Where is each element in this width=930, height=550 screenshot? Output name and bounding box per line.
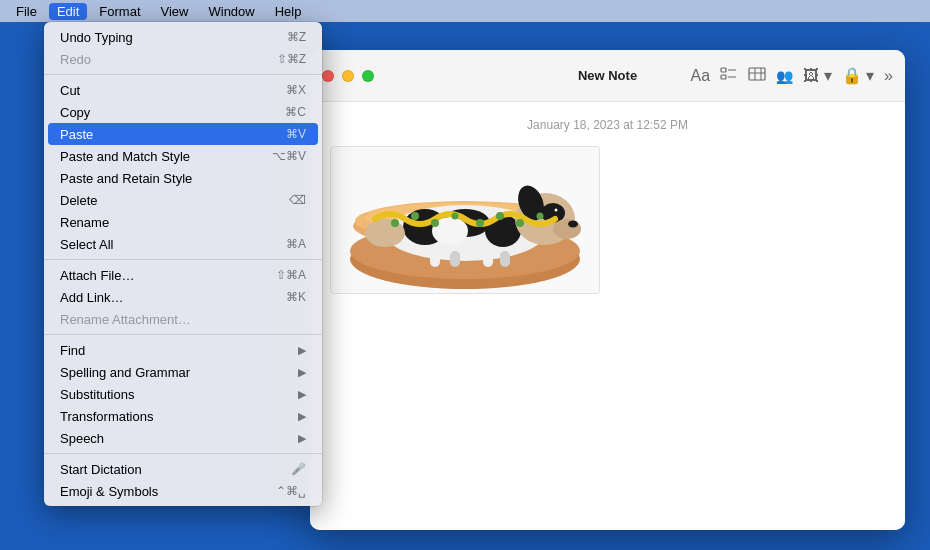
menu-speech[interactable]: Speech ▶: [44, 427, 322, 449]
menu-rename[interactable]: Rename: [44, 211, 322, 233]
notes-window: New Note Aa 👥 🖼 ▾: [310, 50, 905, 530]
menu-paste-match-style[interactable]: Paste and Match Style ⌥⌘V: [44, 145, 322, 167]
note-date: January 18, 2023 at 12:52 PM: [330, 118, 885, 132]
menu-substitutions[interactable]: Substitutions ▶: [44, 383, 322, 405]
menu-paste[interactable]: Paste ⌘V: [48, 123, 318, 145]
maximize-button[interactable]: [362, 70, 374, 82]
svg-point-26: [391, 219, 399, 227]
menu-transformations[interactable]: Transformations ▶: [44, 405, 322, 427]
menubar-format[interactable]: Format: [91, 3, 148, 20]
svg-rect-37: [500, 251, 510, 267]
menu-find[interactable]: Find ▶: [44, 339, 322, 361]
separator-1: [44, 74, 322, 75]
menubar-edit[interactable]: Edit: [49, 3, 87, 20]
lock-icon[interactable]: 🔒 ▾: [842, 66, 874, 85]
svg-point-29: [452, 213, 459, 220]
svg-point-28: [431, 219, 439, 227]
separator-2: [44, 259, 322, 260]
svg-rect-36: [483, 249, 493, 267]
svg-point-30: [476, 219, 484, 227]
menu-redo[interactable]: Redo ⇧⌘Z: [44, 48, 322, 70]
menubar: File Edit Format View Window Help: [0, 0, 930, 22]
menubar-file[interactable]: File: [8, 3, 45, 20]
collab-icon[interactable]: 👥: [776, 68, 793, 84]
svg-point-23: [555, 209, 558, 212]
toolbar-icons: Aa 👥 🖼 ▾ 🔒 ▾ »: [691, 66, 893, 86]
edit-dropdown-menu: Undo Typing ⌘Z Redo ⇧⌘Z Cut ⌘X Copy ⌘C P…: [44, 22, 322, 506]
menu-start-dictation[interactable]: Start Dictation 🎤: [44, 458, 322, 480]
svg-point-33: [537, 213, 544, 220]
svg-rect-0: [721, 68, 726, 72]
window-titlebar: New Note Aa 👥 🖼 ▾: [310, 50, 905, 102]
svg-point-31: [496, 212, 504, 220]
window-title: New Note: [578, 68, 637, 83]
menu-undo[interactable]: Undo Typing ⌘Z: [44, 26, 322, 48]
note-image: [330, 146, 600, 294]
svg-rect-35: [450, 251, 460, 267]
menubar-help[interactable]: Help: [267, 3, 310, 20]
menu-cut[interactable]: Cut ⌘X: [44, 79, 322, 101]
menubar-view[interactable]: View: [153, 3, 197, 20]
note-content: January 18, 2023 at 12:52 PM: [310, 102, 905, 530]
svg-rect-2: [721, 75, 726, 79]
checklist-icon[interactable]: [720, 66, 738, 86]
menu-copy[interactable]: Copy ⌘C: [44, 101, 322, 123]
menu-delete[interactable]: Delete ⌫: [44, 189, 322, 211]
separator-4: [44, 453, 322, 454]
svg-rect-4: [749, 68, 765, 80]
svg-point-27: [411, 212, 419, 220]
traffic-lights: [322, 70, 374, 82]
menu-rename-attachment[interactable]: Rename Attachment…: [44, 308, 322, 330]
minimize-button[interactable]: [342, 70, 354, 82]
svg-point-25: [365, 219, 405, 247]
svg-point-32: [516, 219, 524, 227]
dog-hotdog-image: [335, 151, 595, 289]
font-icon[interactable]: Aa: [691, 67, 711, 85]
svg-rect-34: [430, 249, 440, 267]
svg-point-21: [568, 221, 578, 228]
menubar-window[interactable]: Window: [200, 3, 262, 20]
more-icon[interactable]: »: [884, 67, 893, 85]
menu-attach-file[interactable]: Attach File… ⇧⌘A: [44, 264, 322, 286]
separator-3: [44, 334, 322, 335]
menu-add-link[interactable]: Add Link… ⌘K: [44, 286, 322, 308]
table-icon[interactable]: [748, 66, 766, 86]
close-button[interactable]: [322, 70, 334, 82]
menu-paste-retain-style[interactable]: Paste and Retain Style: [44, 167, 322, 189]
menu-select-all[interactable]: Select All ⌘A: [44, 233, 322, 255]
menu-spelling-grammar[interactable]: Spelling and Grammar ▶: [44, 361, 322, 383]
media-icon[interactable]: 🖼 ▾: [803, 66, 831, 85]
menu-emoji-symbols[interactable]: Emoji & Symbols ⌃⌘␣: [44, 480, 322, 502]
